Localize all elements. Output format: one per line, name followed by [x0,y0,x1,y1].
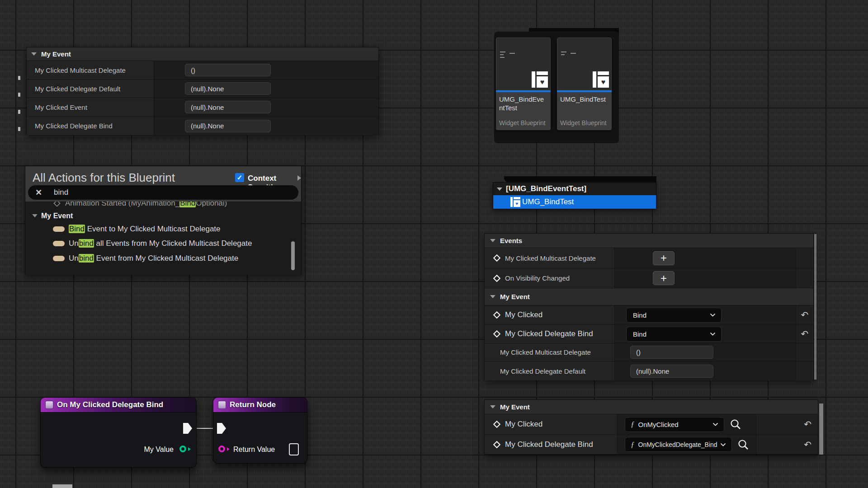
property-row: My Clicked Delegate Default (null).None [485,361,813,380]
flyout-arrow-icon[interactable] [297,175,301,181]
property-value-field[interactable]: (null).None [185,82,271,95]
function-icon: ƒ [631,440,635,449]
asset-tile-umg-bindeventtest[interactable]: ♥ UMG_BindEventTest Widget Blueprint [496,38,551,130]
scrollbar-thumb[interactable] [819,404,823,455]
property-label: My Clicked Multicast Delegate [27,61,154,79]
collapse-triangle-icon[interactable] [490,239,495,242]
search-match-highlight: bind [79,239,94,248]
thumb-text-mark [500,52,505,52]
property-row: My Clicked Delegate Bind (null).None [27,117,378,135]
category-header-my-event[interactable]: My Event [27,47,378,61]
property-label: My Clicked Multicast Delegate [500,348,591,356]
reset-to-default-icon[interactable]: ↶ [804,440,811,449]
action-item-unbind-all[interactable]: Unbind all Events from My Clicked Multic… [25,236,252,251]
output-pin-label: My Value [144,446,174,454]
asset-name: UMG_BindEventTest [496,92,551,112]
pin-arrow [188,447,191,451]
action-item-label: Bind Event to My Clicked Multicast Deleg… [69,225,221,234]
tree-root-label: [UMG_BindEventTest] [506,184,586,193]
bound-function-dropdown[interactable]: ƒ OnMyClickedDelegate_Bind [625,437,732,452]
pin-arrow [227,447,230,451]
scrollbar-thumb[interactable] [814,234,816,380]
collapse-triangle-icon[interactable] [31,52,37,56]
tree-selected-row-umg-bindtest[interactable]: ♥ UMG_BindTest [493,195,656,209]
add-event-button[interactable]: + [653,271,675,285]
action-item-unbind-event[interactable]: Unbind Event from My Clicked Multicast D… [25,251,238,266]
browse-to-function-icon[interactable] [730,418,741,430]
property-value-field[interactable]: (null).None [630,365,713,378]
property-label: My Clicked Delegate Bind [27,117,154,135]
category-header-my-event[interactable]: My Event [485,400,818,414]
bind-mode-dropdown[interactable]: Bind [626,327,722,342]
category-header-my-event[interactable]: My Event [485,288,813,305]
search-match-highlight: bind [79,254,94,263]
asset-type: Widget Blueprint [499,119,546,127]
property-value-field[interactable]: () [630,346,713,359]
window-edge-strip [52,484,72,488]
action-item-bind-event[interactable]: Bind Event to My Clicked Multicast Deleg… [25,222,221,236]
search-input-value[interactable]: bind [54,188,68,197]
node-return-node[interactable]: Return Node Return Value [213,397,307,464]
property-label: My Clicked [505,420,542,429]
event-diamond-icon [493,254,500,262]
value-output-pin[interactable] [179,446,186,452]
node-title: On My Clicked Delegate Bind [57,400,163,409]
bind-row-my-clicked-delegate-bind: My Clicked Delegate Bind Bind ↶ [485,325,813,343]
event-diamond-icon [493,275,500,282]
category-header-events[interactable]: Events [485,234,813,248]
bind-mode-dropdown[interactable]: Bind [626,308,722,323]
event-diamond-icon [493,441,500,448]
asset-type: Widget Blueprint [560,119,607,127]
event-diamond-icon [493,330,500,338]
property-row: My Clicked Multicast Delegate () [485,343,813,361]
bool-value-checkbox[interactable] [289,443,299,455]
scrollbar-thumb[interactable] [291,241,295,270]
context-sensitive-checkbox[interactable]: ✓ [235,173,244,182]
event-label: On Visibility Changed [505,274,570,282]
reset-to-default-icon[interactable]: ↶ [804,420,811,429]
property-value-field[interactable]: (null).None [185,120,271,132]
collapse-triangle-icon[interactable] [490,295,495,298]
details-panel-events: Events My Clicked Multicast Delegate + [484,233,814,380]
node-header: Return Node [213,398,307,413]
content-browser-fragment: ♥ UMG_BindEventTest Widget Blueprint ♥ [494,26,619,144]
property-label: My Clicked [505,310,542,319]
event-diamond-icon [493,311,500,319]
function-icon: ƒ [631,420,635,429]
property-label: My Clicked Delegate Bind [505,440,593,449]
chevron-down-icon [710,332,716,336]
search-match-highlight: Bind [69,225,85,233]
event-label: My Clicked Multicast Delegate [505,254,596,262]
exec-input-pin[interactable] [217,423,226,434]
action-item-label: Unbind Event from My Clicked Multicast D… [69,254,238,263]
browse-to-function-icon[interactable] [737,439,749,450]
reset-to-default-icon[interactable]: ↶ [801,310,809,319]
return-node-icon [218,401,226,409]
input-pin-label: Return Value [233,446,275,454]
return-value-input-pin[interactable] [218,446,225,452]
window-edge-mark [18,110,20,114]
popup-title: All Actions for this Blueprint [33,171,175,185]
clear-search-icon[interactable]: ✕ [35,188,42,197]
window-edge-mark [18,76,20,80]
actions-search-box[interactable]: ✕ bind [28,185,298,200]
function-bind-row-my-clicked-delegate-bind: My Clicked Delegate Bind ƒ OnMyClickedDe… [485,435,818,454]
reset-to-default-icon[interactable]: ↶ [801,329,809,338]
node-on-my-clicked-delegate-bind[interactable]: On My Clicked Delegate Bind My Value [40,397,197,468]
property-value-field[interactable]: (null).None [185,101,271,113]
collapse-triangle-icon[interactable] [497,188,502,191]
collapse-triangle-icon[interactable] [490,405,495,408]
actions-category-my-event[interactable]: My Event [25,210,73,222]
add-event-button[interactable]: + [653,251,675,265]
tree-root-row[interactable]: [UMG_BindEventTest] [493,183,656,195]
category-title: My Event [41,50,71,58]
chevron-down-icon [710,313,716,317]
asset-tile-umg-bindtest[interactable]: ♥ UMG_BindTest Widget Blueprint [557,38,612,130]
exec-output-pin[interactable] [183,423,192,434]
asset-thumbnail: ♥ [496,38,551,90]
blueprint-editor-screen: My Event My Clicked Multicast Delegate (… [0,0,868,488]
window-edge-mark [18,93,20,97]
bound-function-dropdown[interactable]: ƒ OnMyClicked [625,417,724,432]
chevron-down-icon [712,422,718,426]
property-value-field[interactable]: () [185,64,271,76]
